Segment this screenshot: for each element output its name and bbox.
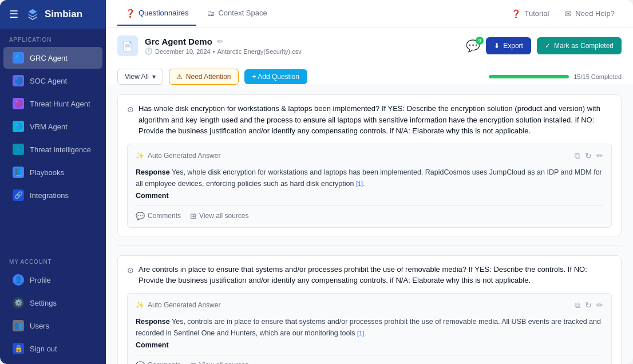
question-divider: [117, 246, 622, 246]
sidebar-signout-label: Sign out: [30, 345, 57, 353]
sidebar-item-grc-agent[interactable]: 🔷 GRC Agent: [3, 47, 102, 69]
progress-bar-track: [489, 75, 569, 78]
agent-title-row: Grc Agent Demo ✏: [145, 37, 459, 46]
edit-answer-icon-2[interactable]: ✏: [596, 300, 603, 310]
sidebar-hunt-label: Threat Hunt Agent: [30, 100, 90, 108]
brand-name: Simbian: [45, 9, 82, 20]
sidebar-item-users[interactable]: 👥 Users: [3, 315, 102, 337]
sidebar-item-threat-hunt[interactable]: 🟣 Threat Hunt Agent: [3, 93, 102, 114]
export-button[interactable]: ⬇ Export: [486, 37, 531, 54]
agent-subtitle: 🕐 December 10, 2024 • Antarctic Energy(S…: [145, 48, 459, 55]
top-nav: ❓ Questionnaires 🗂 Context Space ❓ Tutor…: [106, 0, 633, 27]
tab-context-space[interactable]: 🗂 Context Space: [199, 2, 275, 26]
sparkle-icon-1: ✨: [136, 152, 144, 160]
sidebar-soc-label: SOC Agent: [30, 77, 67, 85]
questionnaires-tab-icon: ❓: [125, 9, 135, 18]
soc-agent-icon: 🔵: [13, 75, 24, 86]
need-attention-button[interactable]: ⚠ Need Attention: [169, 69, 239, 85]
playbooks-icon: 📘: [13, 167, 24, 178]
edit-icon[interactable]: ✏: [217, 37, 223, 46]
settings-icon: ⚙️: [13, 297, 24, 308]
ref-link-2[interactable]: [1].: [357, 330, 366, 337]
sidebar-item-settings[interactable]: ⚙️ Settings: [3, 292, 102, 314]
question-block-1: ⊙ Has whole disk encryption for workstat…: [117, 94, 622, 236]
signout-icon: 🔒: [13, 343, 24, 354]
comment-label-2: Comment: [136, 341, 603, 349]
sidebar-vrm-label: VRM Agent: [30, 122, 68, 131]
sidebar-grc-label: GRC Agent: [30, 54, 68, 62]
sidebar-users-label: Users: [30, 322, 49, 330]
comments-label-2: Comments: [148, 361, 181, 364]
sources-icon-1: ⊞: [190, 212, 196, 220]
tab-context-space-label: Context Space: [218, 9, 267, 17]
question-1-icon: ⊙: [127, 104, 134, 116]
comments-button-2[interactable]: 💬 Comments: [136, 361, 181, 365]
sidebar: ☰ Simbian Application 🔷 GRC Agent 🔵 SOC …: [0, 0, 106, 364]
sidebar-item-profile[interactable]: 👤 Profile: [3, 269, 102, 291]
sidebar-item-threat-intelligence[interactable]: 🔹 Threat Intelligence: [3, 139, 102, 160]
sources-icon-2: ⊞: [190, 361, 196, 365]
view-sources-button-2[interactable]: ⊞ View all sources: [190, 361, 248, 365]
threat-hunt-icon: 🟣: [13, 98, 24, 109]
refresh-icon-1[interactable]: ↻: [585, 151, 592, 161]
agent-title: Grc Agent Demo: [145, 37, 212, 46]
content-header: 📄 Grc Agent Demo ✏ 🕐 December 10, 2024 •…: [106, 27, 633, 85]
answer-box-2: ✨ Auto Generated Answer ⧉ ↻ ✏ Response Y…: [127, 293, 612, 365]
answer-1-footer: 💬 Comments ⊞ View all sources: [136, 205, 603, 220]
copy-icon-1[interactable]: ⧉: [575, 151, 580, 161]
view-all-button[interactable]: View All ▾: [117, 69, 163, 85]
chat-button[interactable]: 💬 9: [466, 39, 480, 53]
comments-label-1: Comments: [148, 212, 181, 220]
copy-icon-2[interactable]: ⧉: [575, 300, 580, 310]
edit-answer-icon-1[interactable]: ✏: [596, 151, 603, 161]
chat-badge: 9: [476, 37, 484, 45]
need-help-button[interactable]: ✉ Need Help?: [558, 6, 622, 22]
profile-icon: 👤: [13, 274, 24, 286]
answer-1-actions: ⧉ ↻ ✏: [575, 151, 603, 161]
sidebar-item-soc-agent[interactable]: 🔵 SOC Agent: [3, 70, 102, 92]
refresh-icon-2[interactable]: ↻: [585, 300, 592, 310]
tutorial-label: Tutorial: [524, 9, 549, 18]
progress-area: 15/15 Completed: [489, 73, 622, 80]
agent-file: Antarctic Energy(Security).csv: [217, 48, 301, 55]
answer-2-footer: 💬 Comments ⊞ View all sources: [136, 355, 603, 365]
answer-1-header: ✨ Auto Generated Answer ⧉ ↻ ✏: [136, 151, 603, 161]
add-question-button[interactable]: + Add Question: [244, 69, 307, 84]
sidebar-item-integrations[interactable]: 🔗 Integrations: [3, 184, 102, 206]
vrm-agent-icon: 🔷: [13, 121, 24, 132]
check-icon: ✓: [545, 42, 551, 50]
tab-questionnaires[interactable]: ❓ Questionnaires: [117, 2, 196, 26]
application-section-label: Application: [0, 29, 106, 46]
add-question-label: + Add Question: [252, 73, 299, 81]
filter-bar: View All ▾ ⚠ Need Attention + Add Questi…: [117, 63, 622, 85]
menu-icon[interactable]: ☰: [9, 8, 18, 21]
integrations-icon: 🔗: [13, 189, 24, 201]
sparkle-icon-2: ✨: [136, 301, 144, 309]
view-all-chevron: ▾: [152, 73, 156, 81]
sidebar-item-vrm-agent[interactable]: 🔷 VRM Agent: [3, 116, 102, 137]
question-1-content: Has whole disk encryption for workstatio…: [139, 103, 612, 137]
grc-agent-icon: 🔷: [13, 52, 24, 64]
response-prefix-1: Response: [136, 168, 170, 176]
progress-label: 15/15 Completed: [573, 73, 622, 80]
question-block-2: ⊙ Are controls in place to ensure that s…: [117, 255, 622, 365]
agent-info: 📄 Grc Agent Demo ✏ 🕐 December 10, 2024 •…: [117, 35, 622, 56]
ref-link-1[interactable]: [1].: [356, 180, 365, 187]
agent-meta: Grc Agent Demo ✏ 🕐 December 10, 2024 • A…: [145, 37, 459, 55]
comment-icon-1: 💬: [136, 212, 145, 220]
sidebar-item-playbooks[interactable]: 📘 Playbooks: [3, 161, 102, 183]
users-icon: 👥: [13, 320, 24, 331]
mark-complete-button[interactable]: ✓ Mark as Completed: [537, 37, 622, 54]
need-help-icon: ✉: [565, 9, 572, 18]
export-label: Export: [503, 42, 523, 50]
view-sources-label-1: View all sources: [199, 212, 248, 220]
comments-button-1[interactable]: 💬 Comments: [136, 212, 181, 220]
view-sources-button-1[interactable]: ⊞ View all sources: [190, 212, 248, 220]
response-body-1: Yes, whole disk encryption for workstati…: [136, 168, 602, 188]
tutorial-button[interactable]: ❓ Tutorial: [504, 6, 556, 22]
response-body-2: Yes, controls are in place to ensure tha…: [136, 318, 601, 337]
sidebar-item-signout[interactable]: 🔒 Sign out: [3, 338, 102, 359]
main-content: ❓ Questionnaires 🗂 Context Space ❓ Tutor…: [106, 0, 633, 364]
comment-icon-2: 💬: [136, 361, 145, 365]
mark-complete-label: Mark as Completed: [554, 42, 614, 50]
